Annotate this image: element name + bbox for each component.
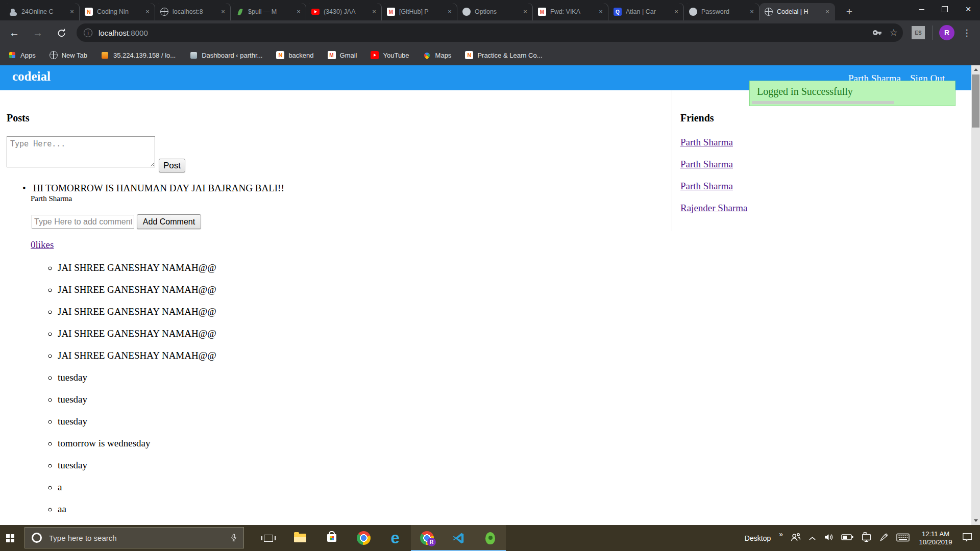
friend-link[interactable]: Parth Sharma — [680, 136, 747, 148]
bookmark-item[interactable]: Apps — [8, 51, 36, 59]
tab-close-icon[interactable] — [370, 8, 378, 16]
browser-tab[interactable]: $pull — M — [231, 3, 306, 20]
browser-tab[interactable]: [GitHub] P — [382, 3, 457, 20]
bookmark-label: Gmail — [340, 52, 357, 59]
browser-tab[interactable]: Options — [457, 3, 533, 20]
scrollbar-up-icon[interactable] — [971, 65, 980, 74]
new-post-textarea[interactable] — [7, 136, 155, 167]
window-minimize-button[interactable] — [910, 0, 933, 18]
tab-close-icon[interactable] — [219, 8, 227, 16]
people-icon[interactable] — [790, 532, 801, 544]
tab-close-icon[interactable] — [68, 8, 76, 16]
tab-close-icon[interactable] — [597, 8, 605, 16]
friend-link[interactable]: Parth Sharma — [680, 180, 747, 192]
task-view-button[interactable] — [253, 525, 284, 551]
action-center-icon[interactable] — [962, 532, 973, 544]
bookmark-item[interactable]: 35.224.139.158 / lo... — [101, 51, 176, 59]
bookmark-item[interactable]: YouTube — [371, 51, 409, 59]
comments-section: JAI SHREE GANESHAY NAMAH@@JAI SHREE GANE… — [0, 262, 388, 525]
post-bullet-icon — [22, 183, 26, 194]
window-close-button[interactable] — [957, 0, 980, 18]
new-tab-button[interactable] — [842, 5, 856, 19]
page-scrollbar[interactable] — [971, 65, 980, 525]
browser-tab[interactable]: Fwd: VIKA — [533, 3, 608, 20]
likes-link[interactable]: 0likes — [31, 239, 54, 251]
post-button[interactable]: Post — [159, 159, 185, 172]
url-host: localhost — [99, 29, 129, 37]
browser-tab[interactable]: localhost:8 — [155, 3, 231, 20]
bookmark-item[interactable]: Maps — [423, 51, 452, 59]
taskbar-clock[interactable]: 12:11 AM 10/20/2019 — [917, 530, 954, 546]
toast-message: Logged in Successfully — [757, 86, 853, 97]
browser-menu-icon[interactable] — [960, 26, 974, 40]
address-bar[interactable]: localhost:8000 — [77, 23, 903, 42]
refresh-button[interactable] — [51, 22, 71, 43]
scrollbar-down-icon[interactable] — [971, 516, 980, 525]
comment-item: tuesday — [58, 415, 388, 428]
hidden-icons-chevron[interactable] — [808, 534, 816, 542]
profile-avatar[interactable]: R — [939, 25, 954, 40]
edge-button[interactable] — [379, 525, 411, 551]
comment-item: aa — [58, 503, 388, 515]
microsoft-store-button[interactable] — [316, 525, 348, 551]
tab-close-icon[interactable] — [143, 8, 152, 16]
bookmark-label: Maps — [435, 52, 452, 59]
microphone-icon[interactable] — [230, 532, 237, 543]
browser-tab[interactable]: Codeial | H — [760, 3, 835, 20]
tab-close-icon[interactable] — [748, 8, 756, 16]
bookmark-item[interactable]: Dashboard ‹ parthr... — [189, 51, 262, 59]
forward-button[interactable] — [28, 22, 48, 43]
bookmark-item[interactable]: backend — [276, 51, 313, 59]
screen: 24Online C Coding Nin localhost:8 — [0, 0, 980, 551]
chrome-button[interactable] — [348, 525, 379, 551]
tab-close-icon[interactable] — [672, 8, 680, 16]
battery-icon[interactable] — [841, 534, 853, 542]
browser-tab[interactable]: Atlan | Car — [608, 3, 684, 20]
post-item: HI TOMORROW IS HANUMAN DAY JAI BAJRANG B… — [22, 183, 284, 194]
start-button[interactable] — [0, 525, 24, 551]
friend-link[interactable]: Rajender Sharma — [680, 202, 747, 214]
comment-input[interactable] — [32, 215, 134, 229]
page-info-icon[interactable] — [84, 29, 92, 37]
tab-close-icon[interactable] — [521, 8, 529, 16]
extension-icon[interactable]: ES — [912, 26, 925, 39]
friend-link[interactable]: Parth Sharma — [680, 158, 747, 170]
taskbar-app-icons: R — [253, 525, 506, 551]
file-explorer-button[interactable] — [284, 525, 316, 551]
back-button[interactable] — [4, 22, 24, 43]
taskbar-search[interactable] — [24, 527, 244, 548]
bookmark-item[interactable]: Gmail — [328, 51, 357, 59]
taskbar-search-input[interactable] — [48, 533, 230, 543]
pen-icon[interactable] — [879, 532, 889, 544]
bookmark-item[interactable]: Practice & Learn Co... — [465, 51, 542, 59]
tab-close-icon[interactable] — [295, 8, 303, 16]
password-key-icon[interactable] — [872, 28, 883, 38]
network-icon[interactable] — [861, 532, 872, 544]
site-logo[interactable]: codeial — [12, 69, 51, 84]
browser-tab[interactable]: 24Online C — [4, 3, 80, 20]
tab-favicon-icon — [538, 8, 546, 16]
tab-close-icon[interactable] — [446, 8, 454, 16]
comment-item: JAI SHREE GANESHAY NAMAH@@ — [58, 284, 388, 296]
bookmark-item[interactable]: New Tab — [50, 51, 87, 59]
post-author: Parth Sharma — [31, 194, 72, 203]
robo3t-icon — [485, 532, 495, 544]
chrome-profile-button[interactable]: R — [411, 525, 443, 551]
browser-tab[interactable]: (3430) JAA — [306, 3, 382, 20]
add-comment-button[interactable]: Add Comment — [137, 214, 201, 229]
robo3t-button[interactable] — [474, 525, 506, 551]
desktop-toolbar[interactable]: Desktop — [745, 534, 771, 542]
tab-close-icon[interactable] — [823, 8, 831, 16]
bookmark-star-icon[interactable] — [890, 27, 898, 38]
scrollbar-thumb[interactable] — [972, 74, 979, 128]
tab-title: localhost:8 — [173, 8, 215, 15]
browser-tab[interactable]: Password — [684, 3, 760, 20]
comments-list: JAI SHREE GANESHAY NAMAH@@JAI SHREE GANE… — [0, 262, 388, 515]
vscode-button[interactable] — [443, 525, 474, 551]
bookmark-label: Dashboard ‹ parthr... — [202, 52, 262, 59]
touch-keyboard-icon[interactable] — [896, 533, 910, 543]
window-maximize-button[interactable] — [933, 0, 957, 18]
browser-tab[interactable]: Coding Nin — [80, 3, 155, 20]
volume-icon[interactable] — [823, 532, 834, 544]
toolbar-expand-icon[interactable]: » — [779, 530, 783, 538]
